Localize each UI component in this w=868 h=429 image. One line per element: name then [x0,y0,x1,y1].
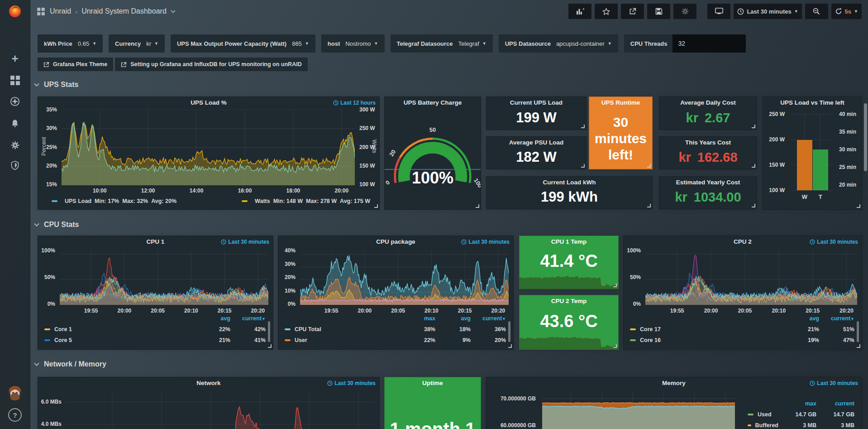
variable-value-dropdown[interactable]: apcupsd-container▼ [556,40,618,47]
network-chart[interactable] [66,392,374,429]
panel-title[interactable]: Estimated Yearly Cost [659,179,757,186]
time-range-picker[interactable]: Last 30 minutes ▼ [734,4,801,19]
legend-item[interactable]: User 22%9%20% [278,335,506,346]
legend-sort-max[interactable]: max [778,400,816,407]
variable-value-dropdown[interactable]: kr▼ [146,40,165,47]
memory-chart[interactable] [542,392,735,429]
panel-title[interactable]: CPU 2 Temp [520,298,618,304]
page-scrollbar[interactable] [864,103,867,171]
legend-item[interactable]: CPU Total 38%18%36% [278,324,506,335]
panel-title[interactable]: Uptime [385,380,481,386]
save-button[interactable] [647,4,670,19]
sidebar: + ? [0,0,30,429]
bar-category-label: T [813,193,828,200]
legend-item[interactable]: Core 17 21%51% [624,324,854,335]
legend-sort-current[interactable]: current [816,400,854,407]
variable-value-dropdown[interactable]: 865▼ [292,40,315,47]
sidebar-configuration-button[interactable] [0,135,30,155]
variable-value-dropdown[interactable]: Telegraf▼ [458,40,493,47]
legend-item[interactable]: Used 14.7 GB14.7 GB [741,409,854,420]
legend-sort-current[interactable]: current▼ [819,315,854,322]
legend-item-watts[interactable]: Watts Min: 148 W Max: 278 W Avg: 175 W [242,196,370,207]
panel-title[interactable]: Current UPS Load [486,99,586,106]
legend-scrollbar[interactable] [857,321,859,342]
panel-memory: Memory Last 30 minutes 70.000000 GB 60.0… [486,377,862,429]
clock-icon [327,381,333,386]
clock-icon [737,8,744,15]
y-axis-ticks: 100% 50% 0% [624,251,644,304]
row-header-ups-stats[interactable]: UPS Stats [34,81,78,89]
sidebar-profile-button[interactable] [0,383,30,403]
variable-value-dropdown[interactable]: Nostromo▼ [345,40,384,47]
panel-uptime: Uptime 1 month 1 [384,377,481,429]
link-grafana-plex-theme[interactable]: Grafana Plex Theme [38,58,113,71]
legend-sort-max[interactable]: max [400,315,435,322]
battery-gauge[interactable]: 02050100 [385,97,481,209]
temp-sparkline [520,270,618,289]
row-header-cpu-stats[interactable]: CPU Stats [34,221,79,229]
panel-ups-battery-charge: UPS Battery Charge 02050100 100% [384,96,481,210]
variable-label: host [321,40,345,47]
star-button[interactable] [595,4,618,19]
panel-time-override: Last 12 hours [333,100,376,106]
row-header-network-memory[interactable]: Network / Memory [34,360,106,368]
breadcrumb-root[interactable]: Unraid [50,7,71,15]
breadcrumb: Unraid › Unraid System Dashboard [36,7,176,16]
legend-scrollbar[interactable] [508,321,510,342]
refresh-picker[interactable]: 5s ▼ [831,4,862,19]
panel-title[interactable]: Average Daily Cost [659,99,757,106]
grafana-logo-icon[interactable] [8,4,22,19]
cpu-package-chart[interactable] [300,251,509,305]
chevron-down-icon[interactable] [171,10,176,13]
variable-telegraf-datasource: Telegraf DatasourceTelegraf▼ [391,34,493,53]
legend-item[interactable]: Buffered 3 MB3 MB [741,420,854,429]
panel-title[interactable]: UPS Load vs Time left [763,99,862,106]
bar-watts[interactable] [797,140,812,190]
legend-scrollbar[interactable] [268,321,270,342]
panel-title[interactable]: Current Load kWh [486,179,652,186]
panel-title[interactable]: Memory [486,380,862,386]
y-axis-ticks: 40% 30% 20% 10% 0% [278,251,298,304]
cpu-threads-input[interactable]: 32 [672,34,746,53]
legend-sort-current[interactable]: current▼ [471,315,506,322]
share-button[interactable] [621,4,644,19]
cycle-view-button[interactable] [707,4,730,19]
sidebar-alerting-button[interactable] [0,113,30,133]
panel-title[interactable]: UPS Load % [38,99,379,106]
legend-sort-avg[interactable]: avg [784,315,819,322]
panel-cpu2-temp: CPU 2 Temp 43.6 °C [519,295,619,350]
legend-item[interactable]: Core 16 19%47% [624,335,854,346]
legend-sort-avg[interactable]: avg [195,315,230,322]
clock-icon [461,239,467,245]
stat-value: 30 minutes left! [589,114,652,163]
legend-item[interactable]: Core 1 22%42% [38,324,266,335]
bar-chart[interactable]: W T [791,114,833,190]
y-axis-ticks: 70.000000 GB 60.000000 GB 50.000000 GB [486,392,539,429]
dashboard-grid-icon[interactable] [37,8,45,15]
legend-item[interactable]: Core 5 21%41% [38,335,266,346]
zoom-out-button[interactable] [805,4,828,19]
panel-title[interactable]: CPU 1 Temp [520,238,618,245]
add-panel-button[interactable] [568,4,591,19]
dashboard-settings-button[interactable] [673,4,696,19]
link-ups-monitoring-guide[interactable]: Setting up Grafana and InfluxDB for UPS … [115,58,307,71]
sidebar-explore-button[interactable] [0,92,30,111]
sidebar-help-button[interactable]: ? [0,405,30,425]
breadcrumb-current[interactable]: Unraid System Dashboard [81,7,167,15]
panel-title[interactable]: Average PSU Load [486,139,586,146]
panel-current-load-kwh: Current Load kWh 199 kWh [486,176,653,209]
cpu1-chart[interactable] [60,251,268,305]
ups-load-chart[interactable] [62,110,355,185]
sidebar-create-button[interactable]: + [0,48,30,68]
sidebar-dashboards-button[interactable] [0,70,30,90]
panel-title[interactable]: This Years Cost [659,139,757,146]
bar-time-left[interactable] [813,149,828,190]
legend-table: maxavgcurrent▼ CPU Total 38%18%36% User … [278,313,506,346]
legend-sort-avg[interactable]: avg [435,315,471,322]
cpu2-chart[interactable] [645,251,857,305]
legend-item-ups-load[interactable]: UPS Load Min: 17% Max: 32% Avg: 20% [52,196,176,207]
sidebar-server-admin-button[interactable] [0,155,30,175]
legend-sort-current[interactable]: current▼ [230,315,266,322]
variable-value-dropdown[interactable]: 0.65▼ [78,40,103,47]
panel-title[interactable]: UPS Runtime [589,99,652,106]
